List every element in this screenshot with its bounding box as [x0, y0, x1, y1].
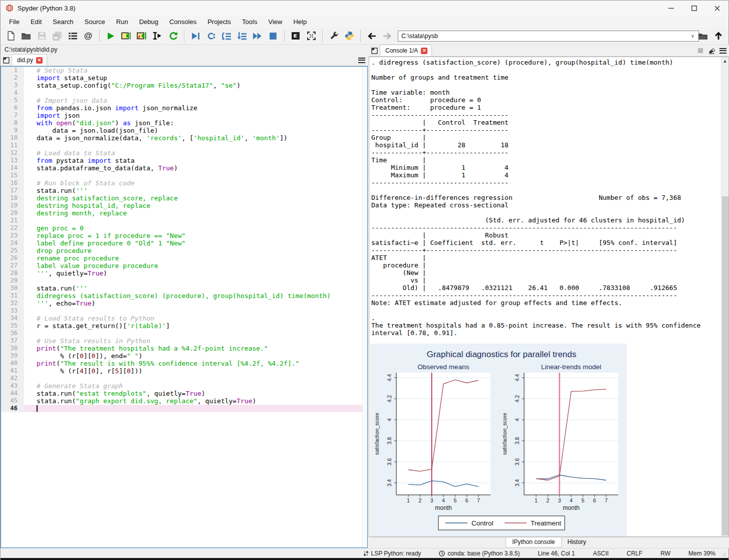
editor-line-8[interactable]: 8with open("did.json") as json_file:	[1, 119, 367, 127]
editor-line-22[interactable]: 22gen proc = 0	[1, 224, 367, 232]
menu-run[interactable]: Run	[111, 17, 134, 27]
editor-line-27[interactable]: 27label value procedure procedure	[1, 262, 367, 269]
editor-line-37[interactable]: 37# Use Stata results in Python	[1, 337, 367, 345]
symbol-finder-icon[interactable]: @	[81, 30, 95, 43]
ipython-console[interactable]: . didregress (satisfaction_score) (proce…	[369, 57, 729, 537]
editor-line-31[interactable]: 31didregress (satisfaction_score) (proce…	[1, 292, 367, 300]
menu-source[interactable]: Source	[79, 17, 111, 27]
resize-grip[interactable]	[722, 551, 727, 556]
console-options-icon[interactable]	[717, 45, 729, 56]
editor-line-5[interactable]: 5# Import json data	[1, 97, 367, 104]
editor-line-43[interactable]: 43# Generate Stata graph	[1, 382, 367, 390]
editor-line-30[interactable]: 30stata.run('''	[1, 285, 367, 292]
tab-close-icon[interactable]: ✕	[421, 48, 427, 54]
editor-line-40[interactable]: 40print("The result is with 95%% confide…	[1, 360, 367, 367]
bottom-tab-history[interactable]: History	[562, 537, 592, 547]
menu-file[interactable]: File	[4, 17, 25, 27]
run-cell-advance-icon[interactable]	[135, 30, 149, 43]
editor-line-28[interactable]: 28''', quietly=True)	[1, 269, 367, 277]
editor-line-13[interactable]: 13from pystata import stata	[1, 157, 367, 164]
menu-consoles[interactable]: Consoles	[164, 17, 202, 27]
editor-line-46[interactable]: 46	[1, 405, 367, 412]
menu-debug[interactable]: Debug	[134, 17, 164, 27]
editor-line-35[interactable]: 35r = stata.get_return()['r(table)']	[1, 322, 367, 330]
editor-line-42[interactable]: 42	[1, 375, 367, 382]
interrupt-kernel-icon[interactable]	[695, 45, 706, 56]
editor-options-icon[interactable]	[356, 55, 368, 66]
fullscreen-icon[interactable]	[304, 30, 318, 43]
run-selection-icon[interactable]	[150, 30, 164, 43]
console-scrollbar[interactable]: ▲	[721, 57, 728, 536]
editor-line-6[interactable]: 6from pandas.io.json import json_normali…	[1, 104, 367, 112]
tab-console-1a[interactable]: Console 1/A ✕	[380, 45, 432, 56]
debug-step-into-icon[interactable]	[235, 30, 249, 43]
back-icon[interactable]	[365, 30, 379, 43]
console-output[interactable]: . didregress (satisfaction_score) (proce…	[369, 57, 728, 337]
open-file-icon[interactable]	[19, 30, 33, 43]
editor-line-3[interactable]: 3stata_setup.config("C:/Program Files/St…	[1, 82, 367, 89]
editor-line-9[interactable]: 9 data = json.load(json_file)	[1, 127, 367, 134]
editor-line-33[interactable]: 33	[1, 307, 367, 315]
open-directory-icon[interactable]	[696, 30, 710, 43]
code-editor[interactable]: 1# Setup Stata2import stata_setup3stata_…	[1, 66, 368, 548]
editor-line-2[interactable]: 2import stata_setup	[1, 74, 367, 82]
debug-step-over-icon[interactable]	[219, 30, 233, 43]
debug-file-icon[interactable]	[188, 30, 202, 43]
clear-console-icon[interactable]	[706, 45, 717, 56]
maximize-pane-icon[interactable]	[289, 30, 303, 43]
editor-line-23[interactable]: 23replace proc = 1 if procedure == "New"	[1, 232, 367, 239]
editor-line-36[interactable]: 36	[1, 330, 367, 337]
browse-tabs-icon[interactable]	[1, 55, 12, 66]
run-cell-icon[interactable]	[119, 30, 133, 43]
editor-line-21[interactable]: 21	[1, 217, 367, 224]
menu-projects[interactable]: Projects	[202, 17, 236, 27]
editor-line-19[interactable]: 19destring hospital_id, replace	[1, 202, 367, 209]
editor-line-11[interactable]: 11	[1, 142, 367, 149]
forward-icon[interactable]	[380, 30, 394, 43]
editor-line-1[interactable]: 1# Setup Stata	[1, 67, 367, 74]
parent-directory-icon[interactable]	[711, 30, 725, 43]
editor-scrollbar[interactable]	[362, 67, 367, 547]
editor-line-29[interactable]: 29	[1, 277, 367, 285]
editor-line-24[interactable]: 24label define procedure 0 "Old" 1 "New"	[1, 239, 367, 247]
editor-line-39[interactable]: 39 % (r[0][0]), end=" ")	[1, 352, 367, 360]
python-interpreter-icon[interactable]	[342, 30, 356, 43]
menu-view[interactable]: View	[263, 17, 288, 27]
menu-help[interactable]: Help	[288, 17, 312, 27]
editor-line-25[interactable]: 25drop procedure	[1, 247, 367, 254]
editor-line-41[interactable]: 41 % (r[4][0], r[5][0]))	[1, 367, 367, 375]
working-directory-input[interactable]	[398, 31, 699, 42]
editor-line-38[interactable]: 38print("The treatment hospitals had a %…	[1, 345, 367, 352]
preferences-icon[interactable]	[327, 30, 341, 43]
debug-stop-icon[interactable]	[266, 30, 280, 43]
save-file-icon[interactable]	[35, 30, 49, 43]
editor-line-12[interactable]: 12# Load data to Stata	[1, 149, 367, 157]
editor-line-15[interactable]: 15	[1, 172, 367, 179]
save-all-icon[interactable]	[50, 30, 64, 43]
menu-tools[interactable]: Tools	[236, 17, 263, 27]
maximize-button[interactable]	[682, 1, 705, 16]
bottom-tab-ipython-console[interactable]: IPython console	[506, 537, 561, 547]
editor-line-16[interactable]: 16# Run block of Stata code	[1, 179, 367, 187]
close-button[interactable]	[705, 1, 728, 16]
editor-line-32[interactable]: 32''', echo=True)	[1, 300, 367, 307]
file-switcher-icon[interactable]	[66, 30, 80, 43]
editor-line-10[interactable]: 10data = json_normalize(data, 'records',…	[1, 134, 367, 142]
scroll-up-icon[interactable]: ▲	[721, 58, 728, 64]
editor-line-14[interactable]: 14stata.pdataframe_to_data(data, True)	[1, 164, 367, 172]
editor-line-18[interactable]: 18destring satisfaction_score, replace	[1, 194, 367, 202]
tab-did-py[interactable]: did.py ✕	[12, 54, 47, 66]
browse-consoles-icon[interactable]	[369, 45, 380, 56]
editor-line-7[interactable]: 7import json	[1, 112, 367, 119]
menu-edit[interactable]: Edit	[25, 17, 47, 27]
run-file-icon[interactable]	[104, 30, 118, 43]
debug-step-return-icon[interactable]	[251, 30, 265, 43]
rerun-cell-icon[interactable]	[166, 30, 180, 43]
editor-line-44[interactable]: 44stata.run("estat trendplots", quietly=…	[1, 390, 367, 397]
new-file-icon[interactable]	[4, 30, 18, 43]
menu-search[interactable]: Search	[47, 17, 79, 27]
editor-line-45[interactable]: 45stata.run("graph export did.svg, repla…	[1, 397, 367, 405]
editor-line-20[interactable]: 20destring month, replace	[1, 209, 367, 217]
editor-line-4[interactable]: 4	[1, 89, 367, 97]
tab-close-icon[interactable]: ✕	[36, 57, 43, 64]
